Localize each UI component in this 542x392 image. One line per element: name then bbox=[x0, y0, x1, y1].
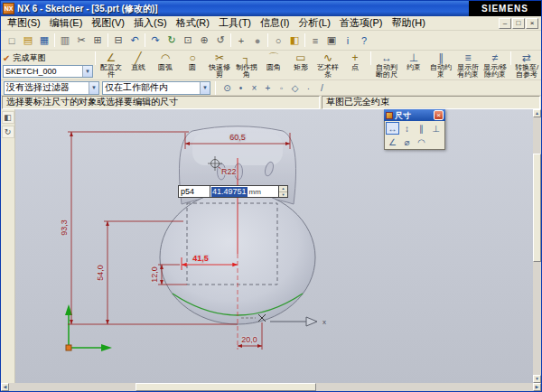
rectangle-tool-icon: ▭ bbox=[295, 52, 305, 64]
print-icon[interactable]: ▥ bbox=[57, 33, 73, 49]
dimension-angle-icon[interactable]: ∠ bbox=[386, 135, 399, 148]
cut-icon[interactable]: ✂ bbox=[73, 33, 89, 49]
snap-quadrant-icon[interactable]: ◇ bbox=[288, 81, 302, 95]
show-remove-constraints-tool[interactable]: ≠显示/移除约束 bbox=[481, 51, 509, 79]
snap-center-icon[interactable]: ∙ bbox=[302, 81, 315, 95]
snap-midpoint-icon[interactable]: ◦ bbox=[275, 81, 288, 95]
selection-scope-combo[interactable]: 仅在工作部件内 ▼ bbox=[102, 81, 210, 95]
arc-tool[interactable]: ◠圆弧 bbox=[152, 51, 179, 79]
dimension-label-93-3[interactable]: 93,3 bbox=[60, 219, 69, 236]
studio-spline-tool[interactable]: ∿艺术样条 bbox=[314, 51, 341, 79]
scroll-right-icon[interactable]: ▶ bbox=[533, 383, 541, 391]
view-orientation-icon[interactable]: ◧ bbox=[2, 111, 14, 124]
inferred-dimension-tool[interactable]: ↔自动判断的尺寸 bbox=[373, 51, 400, 79]
minimize-button[interactable]: – bbox=[499, 18, 511, 29]
finish-sketch-button[interactable]: ✔ 完成草图 bbox=[3, 52, 93, 64]
dimension-palette-titlebar[interactable]: 尺寸 × bbox=[384, 109, 445, 121]
dimension-radius-icon[interactable]: ◠ bbox=[415, 135, 428, 148]
palette-close-icon[interactable]: × bbox=[434, 110, 444, 120]
title-bar[interactable]: NX NX 6 - Sketcher - [35.prt (修改的)] SIEM… bbox=[1, 1, 541, 16]
zoom-icon[interactable]: ⊕ bbox=[196, 33, 212, 49]
profile-tool[interactable]: ∠配置文件 bbox=[98, 51, 125, 79]
window-icon[interactable]: ▣ bbox=[323, 33, 340, 49]
fillet-tool[interactable]: ⌒圆角 bbox=[260, 51, 287, 79]
dimension-inferred-icon[interactable]: ↔ bbox=[386, 122, 399, 135]
menu-item-3[interactable]: 插入(S) bbox=[129, 16, 172, 30]
scroll-track[interactable] bbox=[425, 383, 533, 391]
sketch-name-combo[interactable]: SKETCH_000 ▼ bbox=[3, 65, 93, 78]
dimension-label-41-5[interactable]: 41,5 bbox=[192, 254, 209, 263]
chevron-down-icon[interactable]: ▼ bbox=[200, 82, 210, 94]
selection-filter-combo[interactable]: 没有选择过滤器 ▼ bbox=[4, 81, 99, 95]
paste-icon[interactable]: ⊟ bbox=[110, 33, 126, 49]
scroll-down-icon[interactable]: ▼ bbox=[533, 375, 541, 383]
redo-icon[interactable]: ↷ bbox=[147, 33, 164, 49]
snap-endpoint-icon[interactable]: • bbox=[234, 81, 248, 95]
circle-tool[interactable]: ○圆 bbox=[179, 51, 206, 79]
vertical-scroll-thumb[interactable] bbox=[533, 154, 541, 262]
auto-constrain-tool[interactable]: ∥自动约束 bbox=[427, 51, 454, 79]
convert-reference-tool[interactable]: ⇄转换至/自参考对象 bbox=[513, 51, 539, 79]
show-all-constraints-tool[interactable]: ≡显示所有约束 bbox=[454, 51, 481, 79]
dimension-perpendicular-icon[interactable]: ⊥ bbox=[429, 122, 443, 135]
menu-item-0[interactable]: 草图(S) bbox=[3, 16, 45, 30]
undo-icon[interactable]: ↶ bbox=[126, 33, 143, 49]
make-corner-tool[interactable]: ┐制作拐角 bbox=[233, 51, 260, 79]
close-button[interactable]: × bbox=[526, 18, 538, 29]
rotate-view-icon[interactable]: ↺ bbox=[212, 33, 229, 49]
orient-view-icon[interactable]: ◧ bbox=[286, 33, 303, 49]
spinner-down-icon[interactable]: ▼ bbox=[279, 192, 287, 198]
fit-view-icon[interactable]: ⊡ bbox=[180, 33, 196, 49]
display-update-icon[interactable]: ↻ bbox=[2, 126, 14, 138]
snap-intersection-icon[interactable]: × bbox=[248, 81, 261, 95]
dimension-parallel-icon[interactable]: ∥ bbox=[415, 122, 428, 135]
dimension-bottom-width[interactable]: 20,0 bbox=[238, 322, 262, 350]
menu-item-5[interactable]: 工具(T) bbox=[214, 16, 256, 30]
scroll-left-icon[interactable]: ◀ bbox=[1, 383, 9, 391]
dimension-label-12-0[interactable]: 12,0 bbox=[150, 266, 159, 283]
shaded-view-icon[interactable]: ● bbox=[249, 33, 266, 49]
dimension-horizontal-icon[interactable]: ↕ bbox=[400, 122, 414, 135]
layer-settings-icon[interactable]: ≡ bbox=[307, 33, 323, 49]
quick-trim-tool[interactable]: ✂快速修剪 bbox=[206, 51, 233, 79]
rectangle-tool[interactable]: ▭矩形 bbox=[287, 51, 314, 79]
menu-item-4[interactable]: 格式(R) bbox=[172, 16, 214, 30]
help-icon[interactable]: ? bbox=[356, 33, 372, 49]
save-icon[interactable]: ▦ bbox=[36, 33, 52, 49]
snap-point-on-curve-icon[interactable]: ⊙ bbox=[220, 81, 234, 95]
menu-item-1[interactable]: 编辑(E) bbox=[45, 16, 88, 30]
dimension-label-54-0[interactable]: 54,0 bbox=[96, 265, 105, 281]
horizontal-scrollbar[interactable]: ◀ ▶ bbox=[1, 383, 541, 391]
menu-item-6[interactable]: 信息(I) bbox=[256, 16, 294, 30]
menu-item-9[interactable]: 帮助(H) bbox=[388, 16, 430, 30]
menu-item-2[interactable]: 视图(V) bbox=[87, 16, 129, 30]
dimension-label-60-5[interactable]: 60,5 bbox=[229, 133, 246, 142]
information-icon[interactable]: i bbox=[340, 33, 356, 49]
horizontal-scroll-thumb[interactable] bbox=[136, 383, 316, 391]
new-icon[interactable]: □ bbox=[4, 33, 20, 49]
point-tool[interactable]: +点 bbox=[341, 51, 369, 79]
chevron-down-icon[interactable]: ▼ bbox=[82, 66, 92, 77]
dimension-label-r22[interactable]: R22 bbox=[221, 167, 237, 176]
scroll-up-icon[interactable]: ▲ bbox=[533, 109, 541, 117]
refresh-icon[interactable]: ↻ bbox=[164, 33, 180, 49]
constraints-tool[interactable]: ⊥约束 bbox=[400, 51, 427, 79]
wireframe-view-icon[interactable]: ○ bbox=[270, 33, 286, 49]
snap-existing-point-icon[interactable]: + bbox=[261, 81, 275, 95]
snap-tangent-icon[interactable]: / bbox=[315, 81, 329, 95]
pan-icon[interactable]: + bbox=[233, 33, 249, 49]
dimension-value-input[interactable]: 41.49751 mm bbox=[210, 185, 279, 198]
menu-item-7[interactable]: 分析(L) bbox=[294, 16, 334, 30]
copy-icon[interactable]: ⊞ bbox=[89, 33, 106, 49]
restore-button[interactable]: □ bbox=[512, 18, 525, 29]
vertical-scrollbar[interactable]: ▲ ▼ bbox=[533, 109, 541, 383]
wcs-triad[interactable] bbox=[65, 304, 112, 351]
dimension-label-20-0[interactable]: 20,0 bbox=[241, 335, 257, 344]
dimension-diameter-icon[interactable]: ⌀ bbox=[400, 135, 414, 148]
menu-item-8[interactable]: 首选项(P) bbox=[335, 16, 388, 30]
sketch-canvas[interactable]: x 60,5 bbox=[15, 109, 533, 383]
chevron-down-icon[interactable]: ▼ bbox=[89, 82, 98, 94]
line-tool[interactable]: ╱直线 bbox=[125, 51, 152, 79]
open-icon[interactable]: ▤ bbox=[20, 33, 36, 49]
dimension-name-input[interactable]: p54 bbox=[178, 185, 210, 198]
